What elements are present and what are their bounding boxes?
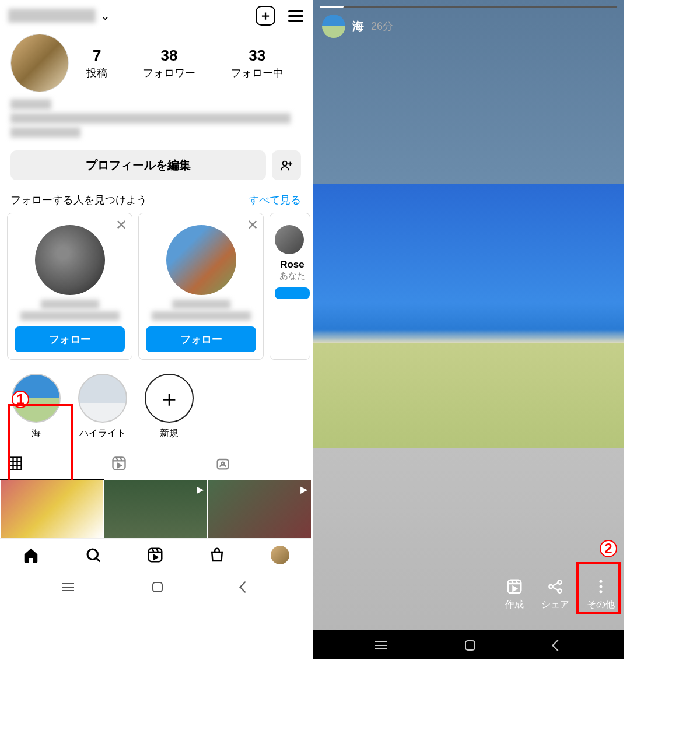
story-title[interactable]: 海 (352, 19, 364, 34)
tab-reels[interactable] (104, 448, 208, 480)
stat-posts-label: 投稿 (86, 66, 107, 80)
nav-profile-avatar[interactable] (271, 546, 289, 564)
nav-reels-icon[interactable] (146, 546, 164, 564)
svg-rect-17 (149, 549, 162, 562)
follow-button[interactable]: フォロー (146, 326, 256, 352)
close-icon[interactable]: ✕ (116, 217, 127, 233)
follow-button[interactable]: フォロー (15, 326, 125, 352)
suggestion-sub: あなた (275, 271, 310, 282)
svg-line-16 (96, 558, 100, 561)
highlight-generic[interactable]: ハイライト (78, 374, 127, 440)
svg-line-31 (552, 587, 558, 590)
story-create-label: 作成 (505, 599, 524, 611)
svg-marker-12 (118, 463, 121, 468)
reel-badge-icon: ▶ (300, 484, 307, 495)
plus-icon: ＋ (145, 374, 194, 423)
stat-posts[interactable]: 7 投稿 (86, 47, 107, 80)
highlight-label: 新規 (145, 427, 194, 440)
suggestion-name: Rose (275, 259, 310, 271)
svg-rect-13 (218, 459, 229, 469)
see-all-link[interactable]: すべて見る (249, 193, 301, 207)
android-recent-icon[interactable] (62, 583, 74, 591)
stat-followers[interactable]: 38 フォロワー (143, 47, 195, 80)
android-recent-icon[interactable] (375, 641, 387, 649)
stat-followers-label: フォロワー (143, 66, 195, 80)
story-image[interactable] (313, 0, 624, 659)
story-progress-bar (320, 6, 617, 8)
close-icon[interactable]: ✕ (247, 217, 258, 233)
svg-point-15 (88, 549, 98, 560)
stat-following[interactable]: 33 フォロー中 (231, 47, 284, 80)
menu-icon[interactable] (288, 10, 303, 22)
post-thumbnail[interactable]: ▶ (104, 480, 208, 538)
nav-search-icon[interactable] (85, 546, 102, 564)
android-home-icon[interactable] (465, 640, 475, 651)
highlight-label: ハイライト (78, 427, 127, 440)
story-timestamp: 26分 (371, 19, 393, 33)
suggestion-avatar (35, 225, 105, 295)
stat-following-label: フォロー中 (231, 66, 284, 80)
svg-rect-22 (508, 580, 522, 594)
stat-posts-count: 7 (86, 47, 107, 65)
android-back-icon[interactable] (552, 640, 564, 651)
follow-button[interactable] (275, 287, 310, 299)
story-share-label: シェア (541, 599, 569, 611)
profile-header: ⌄ ＋ (0, 0, 312, 31)
discover-people-button[interactable] (272, 150, 301, 180)
suggestion-card-1[interactable]: ✕ フォロー (7, 213, 132, 360)
stat-following-count: 33 (231, 47, 284, 65)
nav-shop-icon[interactable] (208, 546, 226, 564)
bio-redacted (0, 97, 312, 147)
svg-marker-26 (513, 587, 517, 591)
story-create-button[interactable]: 作成 (505, 578, 524, 611)
svg-marker-21 (153, 555, 157, 560)
username-redacted (8, 9, 96, 23)
svg-line-30 (552, 583, 558, 586)
android-back-icon[interactable] (239, 581, 251, 593)
story-share-button[interactable]: シェア (541, 578, 569, 611)
edit-profile-button[interactable]: プロフィールを編集 (10, 150, 266, 180)
suggestion-avatar (275, 225, 304, 254)
suggestion-avatar (166, 225, 236, 295)
account-switch-chevron-icon[interactable]: ⌄ (100, 9, 110, 23)
svg-point-0 (283, 161, 287, 165)
nav-home-icon[interactable] (22, 546, 40, 564)
create-post-icon[interactable]: ＋ (256, 6, 275, 26)
story-avatar[interactable] (322, 15, 345, 38)
post-thumbnail[interactable]: ▶ (208, 480, 312, 538)
suggestion-card-3[interactable]: Rose あなた (270, 213, 310, 360)
profile-avatar[interactable] (10, 34, 69, 92)
annotation-box-2 (576, 562, 621, 614)
stat-followers-count: 38 (143, 47, 195, 65)
android-home-icon[interactable] (152, 582, 163, 592)
annotation-marker-2: 2 (600, 540, 617, 557)
tab-tagged[interactable] (208, 448, 312, 480)
highlight-cover (78, 374, 127, 423)
highlight-new[interactable]: ＋ 新規 (145, 374, 194, 440)
annotation-box-1 (8, 404, 74, 482)
post-thumbnail[interactable] (0, 480, 104, 538)
discover-title: フォローする人を見つけよう (10, 193, 147, 207)
suggestion-card-2[interactable]: ✕ フォロー (138, 213, 264, 360)
reel-badge-icon: ▶ (197, 484, 204, 495)
svg-rect-8 (113, 458, 125, 470)
